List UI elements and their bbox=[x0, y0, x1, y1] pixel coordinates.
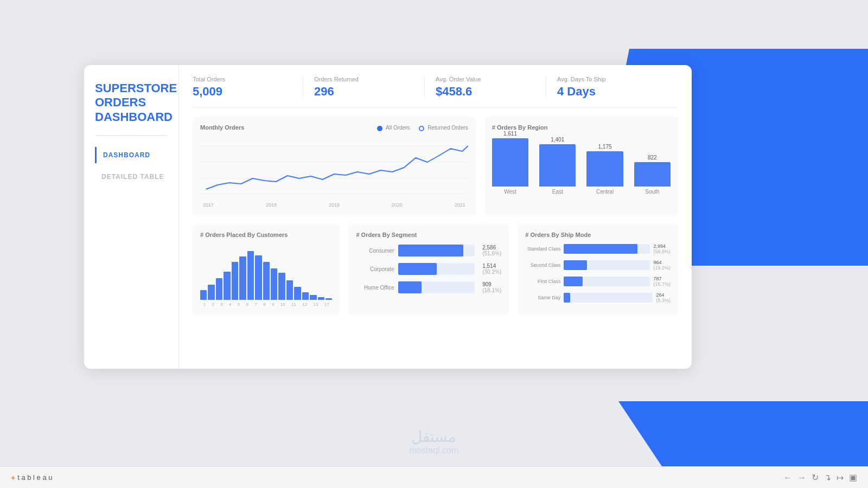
kpi-orders-returned-label: Orders Returned bbox=[314, 76, 413, 82]
nav-fullscreen[interactable]: ▣ bbox=[849, 472, 857, 483]
customers-bars-area bbox=[200, 242, 332, 302]
cust-bar-2 bbox=[208, 285, 214, 300]
kpi-total-orders-label: Total Orders bbox=[193, 76, 292, 82]
sidebar-item-detailed-table[interactable]: DETAILED TABLE bbox=[95, 169, 168, 185]
region-bar-central: 1,175 Central bbox=[586, 144, 623, 195]
orders-by-ship-mode-chart: # Orders By Ship Mode Standard Class 2,9… bbox=[518, 224, 678, 316]
line-chart-area bbox=[200, 135, 468, 200]
monthly-orders-chart: Monthly Orders All Orders Returned Order… bbox=[193, 117, 476, 215]
region-chart-title: # Orders By Region bbox=[492, 124, 671, 131]
watermark-arabic: مستقل bbox=[410, 428, 459, 446]
nav-back[interactable]: ← bbox=[783, 473, 792, 483]
cust-bar-4 bbox=[224, 272, 230, 300]
cust-bar-16 bbox=[318, 297, 324, 300]
kpi-total-orders-value: 5,009 bbox=[193, 85, 292, 99]
legend-returned-orders: Returned Orders bbox=[419, 125, 468, 131]
ship-mode-chart-title: # Orders By Ship Mode bbox=[525, 232, 671, 238]
kpi-total-orders: Total Orders 5,009 bbox=[193, 76, 303, 99]
cust-bar-7 bbox=[247, 251, 254, 300]
customers-chart-title: # Orders Placed By Customers bbox=[200, 232, 332, 238]
segment-bars: Consumer 2,586(51.6%) Corporate 1,514(30… bbox=[356, 245, 501, 293]
ship-mode-second: Second Class 964(19.2%) bbox=[525, 260, 671, 271]
cust-bar-11 bbox=[278, 273, 285, 300]
legend-all-orders: All Orders bbox=[377, 125, 410, 131]
cust-bar-12 bbox=[286, 280, 293, 300]
tableau-text: t a b l e a u bbox=[17, 473, 52, 481]
monthly-orders-legend: All Orders Returned Orders bbox=[377, 125, 468, 131]
tableau-bar: + t a b l e a u ← → ↻ ↴ ↦ ▣ bbox=[0, 466, 868, 488]
segment-home-office: Home Office 909(18.1%) bbox=[356, 281, 501, 293]
cust-bar-8 bbox=[255, 255, 261, 300]
region-bar-east: 1,401 East bbox=[539, 137, 576, 195]
ship-mode-bars: Standard Class 2,994(59.8%) Second Class… bbox=[525, 243, 671, 303]
kpi-avg-order-value-value: $458.6 bbox=[436, 85, 535, 99]
orders-by-customers-chart: # Orders Placed By Customers bbox=[193, 224, 340, 316]
customers-xaxis: 1 2 3 4 5 6 7 8 9 10 11 12 13 17 bbox=[200, 302, 332, 307]
monthly-orders-title: Monthly Orders bbox=[200, 124, 244, 131]
cust-bar-1 bbox=[200, 290, 207, 300]
legend-dot-all bbox=[377, 126, 382, 131]
charts-bottom-row: # Orders Placed By Customers bbox=[193, 224, 678, 316]
kpi-avg-order-value: Avg. Order Value $458.6 bbox=[436, 76, 546, 99]
nav-end[interactable]: ↦ bbox=[837, 472, 844, 483]
kpi-avg-days-ship-label: Avg. Days To Ship bbox=[557, 76, 656, 82]
ship-mode-same-day: Same Day 264(5.3%) bbox=[525, 292, 671, 303]
monthly-orders-xaxis: 2017 2018 2019 2020 2021 bbox=[200, 202, 468, 208]
watermark: مستقل mostaql.com bbox=[410, 428, 459, 455]
cust-bar-15 bbox=[310, 295, 316, 300]
kpi-avg-order-value-label: Avg. Order Value bbox=[436, 76, 535, 82]
cust-bar-3 bbox=[216, 278, 222, 300]
nav-refresh[interactable]: ↻ bbox=[812, 472, 819, 483]
cust-bar-13 bbox=[294, 287, 301, 300]
legend-dot-returned bbox=[419, 126, 424, 131]
deco-shape-bottom bbox=[618, 401, 868, 466]
cust-bar-10 bbox=[271, 268, 277, 300]
kpi-avg-days-ship: Avg. Days To Ship 4 Days bbox=[557, 76, 667, 99]
segment-chart-title: # Orders By Segment bbox=[356, 232, 501, 238]
kpi-orders-returned-value: 296 bbox=[314, 85, 413, 99]
ship-mode-first: First Class 787(15.7%) bbox=[525, 276, 671, 287]
main-card: SUPERSTORE ORDERS DASHBOARD DASHBOARD DE… bbox=[84, 65, 692, 369]
kpi-row: Total Orders 5,009 Orders Returned 296 A… bbox=[193, 76, 678, 108]
plus-icon: + bbox=[11, 473, 15, 482]
region-bar-chart: 1,611 West 1,401 East 1,175 Central bbox=[492, 135, 671, 206]
nav-forward[interactable]: → bbox=[797, 473, 806, 483]
sidebar: SUPERSTORE ORDERS DASHBOARD DASHBOARD DE… bbox=[84, 65, 179, 369]
tableau-logo: + t a b l e a u bbox=[11, 473, 53, 482]
dashboard-content: Total Orders 5,009 Orders Returned 296 A… bbox=[179, 65, 692, 369]
segment-corporate: Corporate 1,514(30.2%) bbox=[356, 263, 501, 275]
line-chart-svg bbox=[200, 135, 468, 200]
nav-down[interactable]: ↴ bbox=[824, 472, 831, 483]
dashboard-title: SUPERSTORE ORDERS DASHBOARD bbox=[95, 81, 168, 124]
region-bar-south: 822 South bbox=[634, 155, 671, 195]
cust-bar-14 bbox=[302, 292, 309, 300]
kpi-orders-returned: Orders Returned 296 bbox=[314, 76, 425, 99]
orders-by-segment-chart: # Orders By Segment Consumer 2,586(51.6%… bbox=[348, 224, 509, 316]
segment-consumer: Consumer 2,586(51.6%) bbox=[356, 245, 501, 256]
ship-mode-standard: Standard Class 2,994(59.8%) bbox=[525, 243, 671, 254]
orders-by-region-chart: # Orders By Region 1,611 West 1,401 East… bbox=[484, 117, 678, 215]
sidebar-item-dashboard[interactable]: DASHBOARD bbox=[95, 147, 168, 163]
region-bar-west: 1,611 West bbox=[492, 131, 528, 195]
kpi-avg-days-ship-value: 4 Days bbox=[557, 85, 656, 99]
charts-top-row: Monthly Orders All Orders Returned Order… bbox=[193, 117, 678, 215]
tableau-navigation: ← → ↻ ↴ ↦ ▣ bbox=[783, 472, 857, 483]
cust-bar-9 bbox=[263, 262, 270, 300]
cust-bar-6 bbox=[239, 256, 246, 300]
cust-bar-17 bbox=[326, 298, 332, 300]
cust-bar-5 bbox=[232, 262, 238, 300]
sidebar-divider bbox=[95, 135, 168, 136]
watermark-latin: mostaql.com bbox=[410, 446, 459, 455]
